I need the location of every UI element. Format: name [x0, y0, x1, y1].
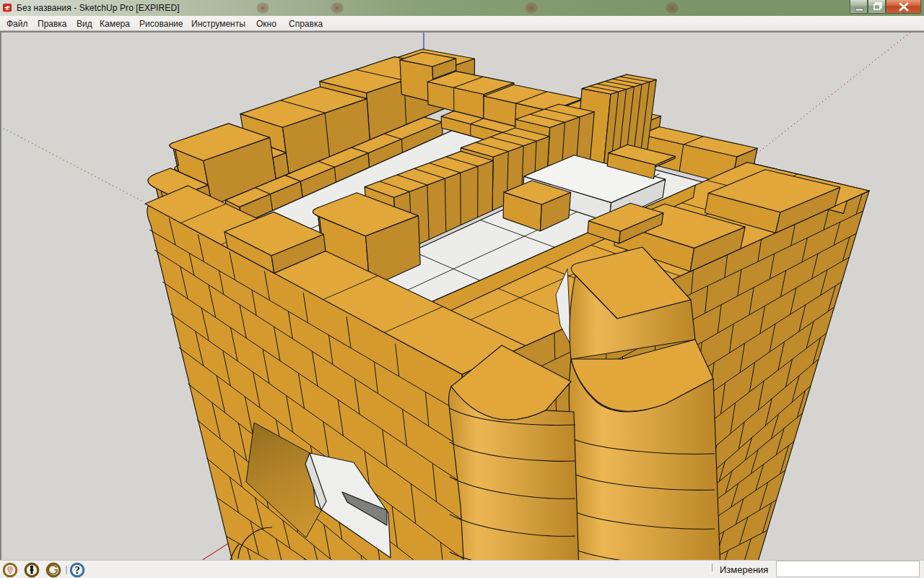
svg-text:?: ? [74, 564, 79, 576]
